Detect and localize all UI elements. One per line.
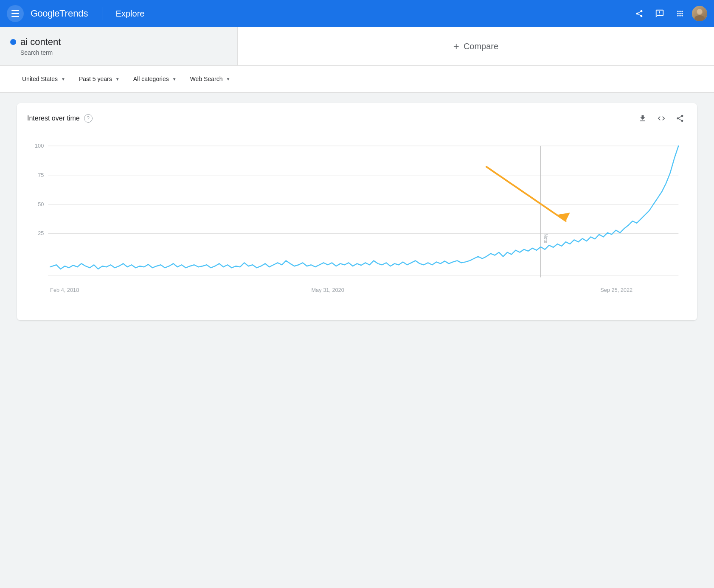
main-content: Interest over time ? <box>0 93 714 330</box>
category-filter-label: All categories <box>133 76 169 82</box>
location-chevron-icon: ▼ <box>61 77 65 81</box>
search-row: ai content Search term + Compare <box>0 27 714 65</box>
time-filter[interactable]: Past 5 years ▼ <box>74 72 125 86</box>
search-term-box[interactable]: ai content Search term <box>0 27 238 65</box>
location-filter-label: United States <box>22 76 58 82</box>
time-chevron-icon: ▼ <box>115 77 120 81</box>
svg-text:May 31, 2020: May 31, 2020 <box>311 287 344 293</box>
svg-text:100: 100 <box>35 143 44 149</box>
chart-share-button[interactable] <box>673 112 687 125</box>
chart-share-icon <box>676 114 684 123</box>
svg-text:75: 75 <box>38 172 44 178</box>
interest-chart: 100 75 50 25 Note Feb 4, 2018 May 31, 20… <box>27 132 687 310</box>
download-button[interactable] <box>636 112 649 125</box>
avatar-silhouette <box>692 6 707 21</box>
help-icon-label: ? <box>87 115 90 121</box>
search-type-chevron-icon: ▼ <box>226 77 230 81</box>
share-icon <box>635 9 644 18</box>
search-term-header: ai content <box>10 36 227 48</box>
feedback-icon <box>655 9 664 18</box>
chart-svg-wrap: 100 75 50 25 Note Feb 4, 2018 May 31, 20… <box>27 132 687 310</box>
download-icon <box>638 114 647 123</box>
chart-card: Interest over time ? <box>17 103 697 320</box>
explore-label: Explore <box>116 9 624 19</box>
search-term-value: ai content <box>20 36 61 48</box>
header-actions <box>631 5 707 22</box>
svg-point-2 <box>697 9 702 14</box>
compare-plus-icon: + <box>453 40 459 52</box>
svg-text:Feb 4, 2018: Feb 4, 2018 <box>50 287 79 293</box>
svg-text:Note: Note <box>543 234 548 244</box>
svg-text:50: 50 <box>38 201 44 207</box>
embed-button[interactable] <box>655 112 668 125</box>
share-button[interactable] <box>631 5 648 22</box>
app-header: Google Trends Explore <box>0 0 714 27</box>
svg-point-1 <box>694 15 705 21</box>
apps-button[interactable] <box>672 5 689 22</box>
chart-title: Interest over time <box>27 115 80 122</box>
category-chevron-icon: ▼ <box>172 77 177 81</box>
search-type-filter[interactable]: Web Search ▼ <box>185 72 236 86</box>
feedback-button[interactable] <box>651 5 668 22</box>
logo-trends-text: Trends <box>59 8 88 19</box>
svg-text:25: 25 <box>38 230 44 236</box>
search-type-filter-label: Web Search <box>190 76 223 82</box>
avatar-image <box>692 6 707 21</box>
search-dot-indicator <box>10 39 16 45</box>
compare-box[interactable]: + Compare <box>238 27 714 65</box>
apps-icon <box>676 9 684 18</box>
user-avatar[interactable] <box>692 6 707 21</box>
time-filter-label: Past 5 years <box>79 76 112 82</box>
embed-icon <box>657 114 666 123</box>
hamburger-icon <box>11 10 19 17</box>
logo: Google Trends <box>31 8 88 19</box>
chart-actions <box>636 112 687 125</box>
search-area: ai content Search term + Compare <box>0 27 714 66</box>
chart-title-area: Interest over time ? <box>27 114 93 123</box>
compare-button[interactable]: + Compare <box>453 40 498 52</box>
help-button[interactable]: ? <box>84 114 93 123</box>
compare-label: Compare <box>464 42 498 51</box>
chart-header: Interest over time ? <box>17 103 697 132</box>
chart-container: 100 75 50 25 Note Feb 4, 2018 May 31, 20… <box>17 132 697 320</box>
search-term-type-label: Search term <box>10 49 227 56</box>
logo-google-text: Google <box>31 8 59 19</box>
location-filter[interactable]: United States ▼ <box>17 72 70 86</box>
svg-text:Sep 25, 2022: Sep 25, 2022 <box>600 287 632 293</box>
header-divider <box>102 7 102 20</box>
category-filter[interactable]: All categories ▼ <box>128 72 182 86</box>
filters-row: United States ▼ Past 5 years ▼ All categ… <box>0 66 714 93</box>
menu-button[interactable] <box>7 5 24 22</box>
